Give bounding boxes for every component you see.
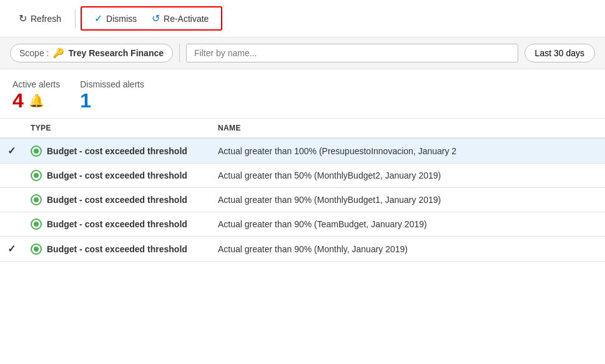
checkmark-icon: ✓ xyxy=(7,145,16,156)
dismiss-button[interactable]: ✓ Dismiss xyxy=(88,10,143,27)
col-name-header: NAME xyxy=(210,119,605,139)
reactivate-label: Re-Activate xyxy=(164,14,209,24)
scope-label-text: Scope : xyxy=(19,48,49,58)
type-text: Budget - cost exceeded threshold xyxy=(47,146,187,156)
scope-selector[interactable]: Scope : 🔑 Trey Research Finance xyxy=(10,44,173,62)
refresh-button[interactable]: ↻ Refresh xyxy=(10,9,70,28)
type-text: Budget - cost exceeded threshold xyxy=(47,219,187,229)
col-type-header: TYPE xyxy=(23,119,210,139)
table-row[interactable]: Budget - cost exceeded thresholdActual g… xyxy=(0,212,605,237)
row-type: Budget - cost exceeded threshold xyxy=(23,138,210,164)
refresh-icon: ↻ xyxy=(19,12,27,24)
filter-bar: Scope : 🔑 Trey Research Finance Last 30 … xyxy=(0,37,605,69)
row-checkbox[interactable] xyxy=(0,188,23,212)
toolbar: ↻ Refresh ✓ Dismiss ↺ Re-Activate xyxy=(0,0,605,37)
row-name: Actual greater than 90% (TeamBudget, Jan… xyxy=(210,212,605,237)
table-header-row: TYPE NAME xyxy=(0,119,605,139)
toolbar-divider xyxy=(75,9,76,29)
days-filter-button[interactable]: Last 30 days xyxy=(524,44,595,62)
checkmark-icon: ✓ xyxy=(7,243,16,254)
filter-input[interactable] xyxy=(186,44,518,62)
dismissed-alerts-stat: Dismissed alerts 1 xyxy=(80,79,144,111)
row-name: Actual greater than 90% (MonthlyBudget1,… xyxy=(210,188,605,212)
table-row[interactable]: ✓Budget - cost exceeded thresholdActual … xyxy=(0,138,605,164)
active-alerts-stat: Active alerts 4 🔔 xyxy=(12,79,60,111)
table-row[interactable]: Budget - cost exceeded thresholdActual g… xyxy=(0,188,605,212)
col-check xyxy=(0,119,23,139)
bell-icon: 🔔 xyxy=(29,93,44,108)
dismissed-alerts-label: Dismissed alerts xyxy=(80,79,144,89)
reactivate-icon: ↺ xyxy=(152,12,160,24)
alerts-table: TYPE NAME ✓Budget - cost exceeded thresh… xyxy=(0,118,605,262)
row-type: Budget - cost exceeded threshold xyxy=(23,164,210,188)
type-text: Budget - cost exceeded threshold xyxy=(47,244,187,254)
dismiss-reactivate-group: ✓ Dismiss ↺ Re-Activate xyxy=(81,6,222,31)
row-checkbox[interactable]: ✓ xyxy=(0,237,23,262)
reactivate-button[interactable]: ↺ Re-Activate xyxy=(145,10,215,27)
alert-type-icon xyxy=(31,145,42,157)
row-type: Budget - cost exceeded threshold xyxy=(23,212,210,237)
row-name: Actual greater than 90% (Monthly, Januar… xyxy=(210,237,605,262)
stats-bar: Active alerts 4 🔔 Dismissed alerts 1 xyxy=(0,69,605,116)
active-alerts-label: Active alerts xyxy=(12,79,60,89)
alert-type-icon xyxy=(31,243,42,255)
row-name: Actual greater than 100% (PresupuestoInn… xyxy=(210,138,605,164)
days-label: Last 30 days xyxy=(535,48,584,58)
row-type: Budget - cost exceeded threshold xyxy=(23,237,210,262)
key-icon: 🔑 xyxy=(52,47,64,59)
table-row[interactable]: ✓Budget - cost exceeded thresholdActual … xyxy=(0,237,605,262)
dismiss-label: Dismiss xyxy=(106,14,137,24)
row-type: Budget - cost exceeded threshold xyxy=(23,188,210,212)
row-name: Actual greater than 50% (MonthlyBudget2,… xyxy=(210,164,605,188)
alert-type-icon xyxy=(31,170,42,181)
row-checkbox[interactable] xyxy=(0,212,23,237)
type-text: Budget - cost exceeded threshold xyxy=(47,195,187,205)
dismiss-icon: ✓ xyxy=(94,12,102,24)
type-text: Budget - cost exceeded threshold xyxy=(47,170,187,180)
alert-type-icon xyxy=(31,219,42,230)
alert-type-icon xyxy=(31,194,42,205)
active-alerts-count: 4 xyxy=(12,91,24,111)
filter-divider xyxy=(179,44,180,62)
row-checkbox[interactable]: ✓ xyxy=(0,138,23,164)
row-checkbox[interactable] xyxy=(0,164,23,188)
table-row[interactable]: Budget - cost exceeded thresholdActual g… xyxy=(0,164,605,188)
refresh-label: Refresh xyxy=(31,14,61,24)
dismissed-alerts-count: 1 xyxy=(80,91,91,111)
scope-name-text: Trey Research Finance xyxy=(68,48,164,58)
